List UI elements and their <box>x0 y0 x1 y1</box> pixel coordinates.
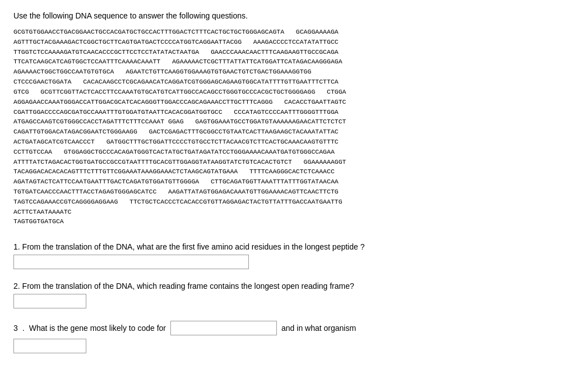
question-1-block: 1. From the translation of the DNA, what… <box>13 242 561 269</box>
q1-text: From the translation of the DNA, what ar… <box>22 242 365 251</box>
question-3-block: 3. What is the gene most likely to code … <box>13 321 561 353</box>
q3-text: What is the gene most likely to code for <box>29 324 166 333</box>
question-1-input[interactable] <box>13 255 249 269</box>
q2-number: 2 <box>13 282 18 290</box>
question-2-block: 2. From the translation of the DNA, whic… <box>13 282 561 308</box>
q1-number: 1 <box>13 242 18 251</box>
question-2-input[interactable] <box>13 294 86 308</box>
dna-sequence: GCGTGTGGAACCTGACGGAACTGCCACGATGCTGCCACTT… <box>13 27 561 227</box>
questions-section: 1. From the translation of the DNA, what… <box>13 242 561 353</box>
intro-text: Use the following DNA sequence to answer… <box>13 11 561 20</box>
q2-text: From the translation of the DNA, which r… <box>22 282 354 290</box>
q3-suffix: and in what organism <box>281 324 356 333</box>
question-2-label: 2. From the translation of the DNA, whic… <box>13 282 561 290</box>
q3-number: 3 <box>13 324 18 333</box>
question-3-organism-input[interactable] <box>13 339 86 353</box>
question-3-gene-input[interactable] <box>170 321 277 335</box>
question-1-label: 1. From the translation of the DNA, what… <box>13 242 561 251</box>
question-3-line: 3. What is the gene most likely to code … <box>13 321 561 335</box>
